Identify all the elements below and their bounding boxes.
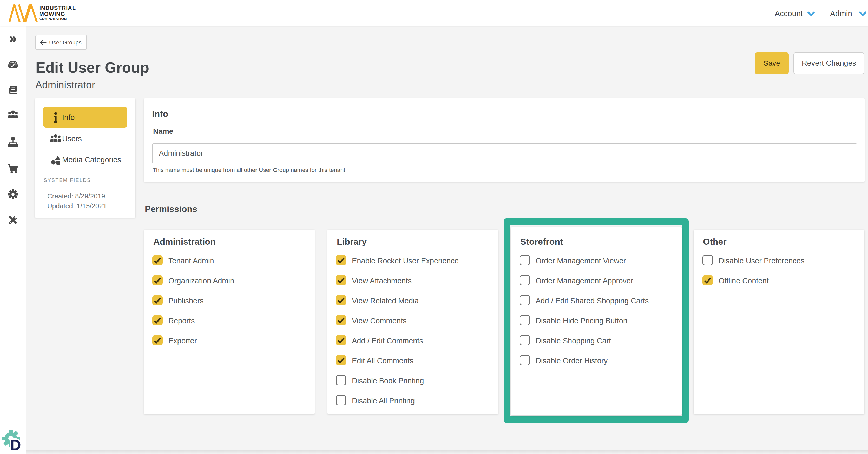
svg-text:D: D (10, 436, 21, 451)
